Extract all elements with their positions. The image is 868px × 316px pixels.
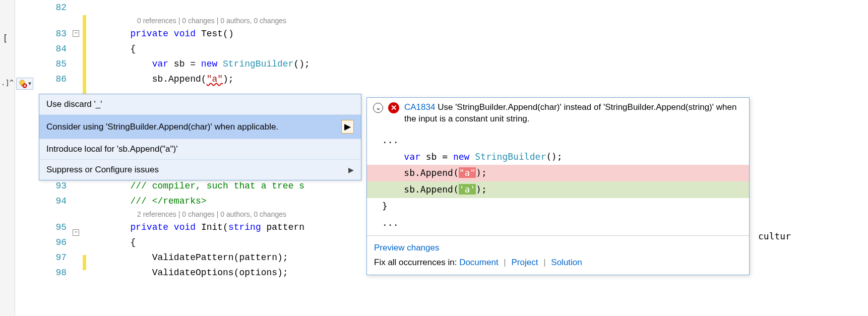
qa-item-suppress[interactable]: Suppress or Configure issues ▶ bbox=[39, 160, 361, 180]
error-icon: ✕ bbox=[388, 102, 399, 113]
dropdown-caret-icon: ▼ bbox=[28, 81, 31, 87]
code-line: private void Test() bbox=[87, 26, 868, 41]
code-line bbox=[87, 0, 868, 15]
code-fragment: cultur bbox=[758, 231, 791, 241]
margin-annotation: .]^ bbox=[1, 79, 14, 87]
preview-message: CA1834 Use 'StringBuilder.Append(char)' … bbox=[404, 102, 743, 125]
code-line: sb.Append("a"); bbox=[87, 72, 868, 87]
quick-actions-menu: Use discard '_' Consider using 'StringBu… bbox=[39, 94, 361, 180]
rule-id-link[interactable]: CA1834 bbox=[404, 102, 435, 112]
qa-item-introduce-local[interactable]: Introduce local for 'sb.Append("a")' bbox=[39, 139, 361, 160]
qa-item-label: Suppress or Configure issues bbox=[46, 165, 159, 175]
diff-removed-line: sb.Append("a"); bbox=[367, 165, 749, 181]
diff-preview: ... var sb = new StringBuilder(); sb.App… bbox=[367, 130, 749, 235]
lightbulb-icon[interactable]: ▼ bbox=[16, 78, 33, 90]
codelens[interactable]: 0 references | 0 changes | 0 authors, 0 … bbox=[87, 15, 868, 26]
fix-preview-popup: ⌄ ✕ CA1834 Use 'StringBuilder.Append(cha… bbox=[366, 97, 750, 275]
qa-item-append-char[interactable]: Consider using 'StringBuilder.Append(cha… bbox=[39, 115, 361, 139]
chevron-right-icon: ▶ bbox=[341, 120, 354, 134]
code-line: var sb = new StringBuilder(); bbox=[87, 56, 868, 72]
qa-item-use-discard[interactable]: Use discard '_' bbox=[39, 94, 361, 115]
fix-project-link[interactable]: Project bbox=[512, 258, 538, 267]
marker-column: [ .]^ ▼ bbox=[15, 0, 40, 316]
code-line: { bbox=[87, 41, 868, 56]
chevron-right-icon: ▶ bbox=[348, 166, 354, 174]
chevron-down-icon[interactable]: ⌄ bbox=[373, 103, 383, 113]
qa-item-label: Consider using 'StringBuilder.Append(cha… bbox=[46, 122, 278, 132]
glyph-margin bbox=[0, 0, 15, 316]
fix-all-label: Fix all occurrences in: bbox=[374, 258, 459, 267]
diff-added-line: sb.Append('a'); bbox=[367, 181, 749, 198]
qa-item-label: Introduce local for 'sb.Append("a")' bbox=[46, 144, 177, 154]
fix-solution-link[interactable]: Solution bbox=[551, 258, 582, 267]
collapse-bracket: [ bbox=[3, 33, 8, 43]
qa-item-label: Use discard '_' bbox=[46, 99, 102, 109]
fold-toggle-icon[interactable]: − bbox=[73, 30, 79, 37]
fold-toggle-icon[interactable]: − bbox=[73, 229, 79, 236]
fix-document-link[interactable]: Document bbox=[459, 258, 498, 267]
preview-changes-link[interactable]: Preview changes bbox=[374, 243, 439, 252]
